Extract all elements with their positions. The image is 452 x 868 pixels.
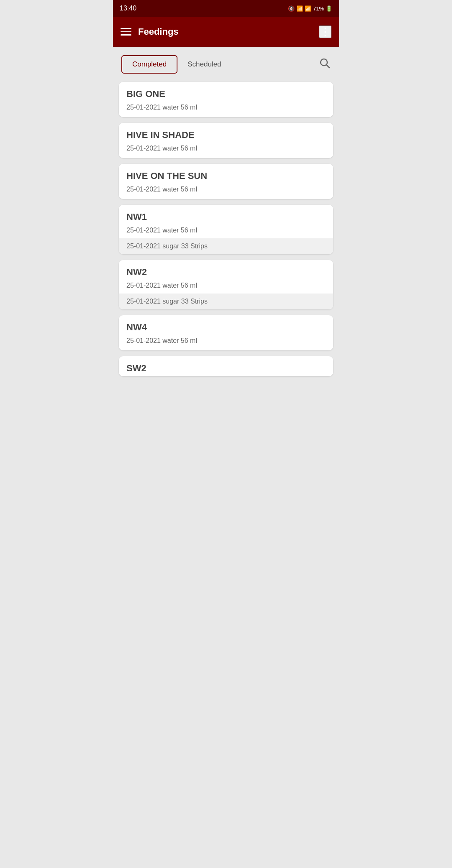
more-options-button[interactable]: ⋮ xyxy=(319,26,331,38)
list-item[interactable]: HIVE IN SHADE25-01-2021 water 56 ml xyxy=(119,123,333,158)
feeding-detail-water: 25-01-2021 water 56 ml xyxy=(119,225,333,238)
feeding-name: HIVE ON THE SUN xyxy=(119,164,333,184)
page-title: Feedings xyxy=(138,26,179,37)
battery-icon: 🔋 xyxy=(326,5,332,12)
status-bar: 13:40 🔇 📶 📶 71% 🔋 xyxy=(113,0,339,17)
app-bar-left: Feedings xyxy=(121,26,179,37)
feeding-name: HIVE IN SHADE xyxy=(119,123,333,143)
list-item[interactable]: BIG ONE25-01-2021 water 56 ml xyxy=(119,82,333,117)
feeding-name: NW1 xyxy=(119,205,333,225)
list-item[interactable]: NW225-01-2021 water 56 ml25-01-2021 suga… xyxy=(119,260,333,309)
filter-row: Completed Scheduled xyxy=(113,47,339,80)
svg-line-1 xyxy=(327,65,330,68)
feeding-name: NW4 xyxy=(119,315,333,335)
feeding-detail: 25-01-2021 water 56 ml xyxy=(119,184,333,199)
feeding-detail: 25-01-2021 water 56 ml xyxy=(119,335,333,350)
status-time: 13:40 xyxy=(120,5,136,12)
feeding-name: BIG ONE xyxy=(119,82,333,102)
feedings-list: BIG ONE25-01-2021 water 56 mlHIVE IN SHA… xyxy=(113,80,339,385)
list-item[interactable]: HIVE ON THE SUN25-01-2021 water 56 ml xyxy=(119,164,333,199)
status-icons: 🔇 📶 📶 71% 🔋 xyxy=(288,5,332,12)
wifi-icon: 📶 xyxy=(296,5,303,12)
list-item[interactable]: NW125-01-2021 water 56 ml25-01-2021 suga… xyxy=(119,205,333,254)
feeding-detail-sugar: 25-01-2021 sugar 33 Strips xyxy=(119,238,333,254)
list-item[interactable]: SW2 xyxy=(119,356,333,376)
tab-scheduled[interactable]: Scheduled xyxy=(177,56,231,73)
mute-icon: 🔇 xyxy=(288,5,295,12)
list-item[interactable]: NW425-01-2021 water 56 ml xyxy=(119,315,333,350)
search-button[interactable] xyxy=(319,57,331,72)
feeding-name: NW2 xyxy=(119,260,333,280)
battery-level: 71% xyxy=(313,5,324,12)
feeding-detail: 25-01-2021 water 56 ml xyxy=(119,143,333,158)
tab-completed[interactable]: Completed xyxy=(121,55,177,74)
search-icon xyxy=(319,57,331,69)
app-bar: Feedings ⋮ xyxy=(113,17,339,47)
svg-point-0 xyxy=(321,59,327,66)
feeding-detail: 25-01-2021 water 56 ml xyxy=(119,102,333,117)
feeding-name: SW2 xyxy=(119,356,333,376)
signal-icon: 📶 xyxy=(305,5,311,12)
menu-button[interactable] xyxy=(121,28,131,36)
feeding-detail-water: 25-01-2021 water 56 ml xyxy=(119,280,333,294)
feeding-detail-sugar: 25-01-2021 sugar 33 Strips xyxy=(119,294,333,309)
